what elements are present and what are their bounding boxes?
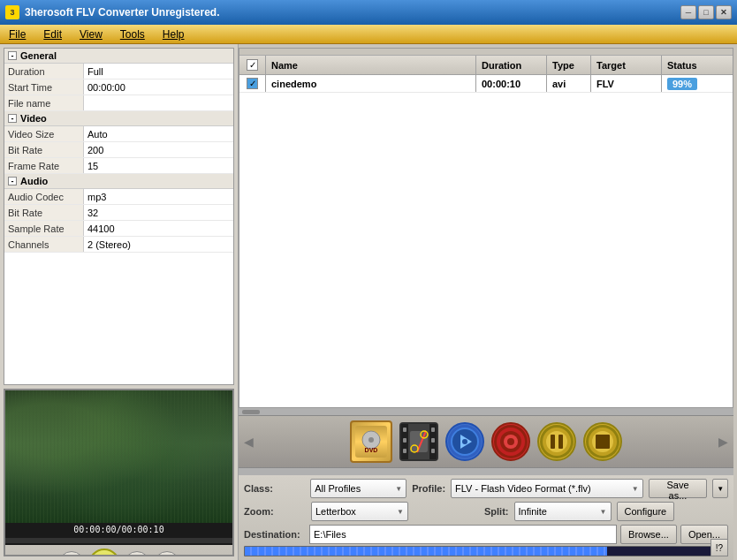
prop-channels-value[interactable]: 2 (Stereo) (84, 239, 233, 250)
col-type-header: Type (547, 56, 591, 74)
prop-video-bitrate-name: Bit Rate (4, 142, 84, 157)
destination-label: Destination: (244, 529, 306, 540)
select-all-checkbox[interactable]: ✓ (247, 59, 258, 71)
pause-icon (539, 424, 574, 459)
browse-button[interactable]: Browse... (620, 525, 677, 544)
prop-duration-value[interactable]: Full (84, 66, 233, 77)
video-section-header[interactable]: - Video (4, 111, 233, 126)
menu-tools[interactable]: Tools (111, 26, 154, 42)
prop-framerate-value[interactable]: 15 (84, 161, 233, 171)
app-icon: 3 (5, 5, 19, 19)
file-list-area: ✓ Name Duration Type Target Status (239, 48, 733, 408)
main-content: - General Duration Full Start Time 00:00… (0, 44, 737, 560)
close-button[interactable]: ✕ (716, 5, 732, 19)
video-preview: 00:00:00/00:00:10 ⏮ ▶ ■ ⏭ (4, 389, 234, 556)
row-checkbox[interactable]: ✓ (239, 75, 266, 92)
menu-edit[interactable]: Edit (34, 26, 71, 42)
stop-button[interactable] (583, 422, 622, 461)
minimize-button[interactable]: ─ (680, 5, 696, 19)
svg-point-2 (368, 437, 374, 443)
class-select-arrow: ▼ (395, 485, 402, 493)
general-collapse[interactable]: - (8, 51, 17, 60)
play-button[interactable]: ▶ (88, 549, 120, 556)
prop-duration-name: Duration (4, 64, 84, 79)
class-label: Class: (244, 483, 305, 494)
stop-playback-button[interactable]: ■ (124, 551, 150, 556)
prop-video-size-value[interactable]: Auto (84, 129, 233, 140)
maximize-button[interactable]: □ (698, 5, 714, 19)
stop-icon (585, 424, 620, 459)
profile-label: Profile: (412, 483, 445, 494)
forward-button[interactable]: ⏭ (154, 551, 180, 556)
menu-bar: File Edit View Tools Help (0, 25, 737, 44)
destination-input[interactable] (309, 525, 617, 544)
class-profile-row: Class: All Profiles ▼ Profile: FLV - Fla… (244, 479, 728, 498)
right-panel: ✓ Name Duration Type Target Status (239, 44, 737, 560)
toolbar-scroll-right[interactable]: ▶ (718, 435, 728, 449)
toolbar-scroll-top (239, 408, 733, 415)
help-button[interactable]: !? (710, 539, 728, 556)
audio-collapse[interactable]: - (8, 177, 17, 185)
convert-icon (447, 424, 482, 459)
save-as-dropdown[interactable]: ▼ (712, 479, 728, 498)
pause-button[interactable] (537, 422, 576, 461)
prop-filename-name: File name (4, 95, 84, 110)
video-label: Video (20, 113, 47, 124)
svg-rect-9 (403, 449, 406, 453)
prop-audio-codec-name: Audio Codec (4, 189, 84, 204)
file-list-header: ✓ Name Duration Type Target Status (239, 56, 733, 75)
menu-file[interactable]: File (0, 26, 34, 42)
prop-sample-rate-name: Sample Rate (4, 221, 84, 236)
col-duration-header: Duration (476, 56, 547, 74)
class-select[interactable]: All Profiles ▼ (310, 479, 406, 498)
title-bar: 3 3herosoft FLV Converter Unregistered. … (0, 0, 737, 25)
toolbar-scroll-left[interactable]: ◀ (244, 435, 254, 449)
prop-sample-rate: Sample Rate 44100 (4, 221, 233, 237)
video-collapse[interactable]: - (8, 114, 17, 123)
row-target: FLV (591, 75, 662, 92)
prop-audio-bitrate-value[interactable]: 32 (84, 208, 233, 218)
profile-select[interactable]: FLV - Flash Video Format (*.flv) ▼ (451, 479, 643, 498)
general-label: General (20, 50, 57, 61)
split-select[interactable]: Infinite ▼ (514, 502, 612, 521)
audio-section-header[interactable]: - Audio (4, 174, 233, 189)
bottom-controls: Class: All Profiles ▼ Profile: FLV - Fla… (239, 475, 733, 560)
title-controls: ─ □ ✕ (680, 5, 732, 19)
conversion-progress-fill (245, 547, 607, 556)
menu-help[interactable]: Help (154, 26, 194, 42)
col-status-header: Status (662, 56, 733, 74)
prop-audio-codec-value[interactable]: mp3 (84, 192, 233, 202)
destination-row: Destination: Browse... Open... (244, 525, 728, 544)
save-as-button[interactable]: Save as... (649, 479, 707, 498)
left-panel: - General Duration Full Start Time 00:00… (0, 44, 239, 560)
video-progress-bar[interactable] (5, 538, 232, 543)
svg-rect-8 (403, 438, 406, 443)
split-label: Split: (484, 506, 509, 517)
status-badge: 99% (667, 78, 697, 90)
general-section-header[interactable]: - General (4, 49, 233, 64)
app-title: 3herosoft FLV Converter Unregistered. (25, 6, 220, 19)
zoom-split-row: Zoom: Letterbox ▼ Split: Infinite ▼ Conf… (244, 502, 728, 521)
record-icon (493, 424, 528, 459)
table-row[interactable]: ✓ cinedemo 00:00:10 avi FLV 99% (239, 75, 733, 93)
menu-view[interactable]: View (71, 26, 111, 42)
convert-button[interactable] (445, 422, 484, 461)
prop-channels-name: Channels (4, 237, 84, 252)
prop-video-size-name: Video Size (4, 126, 84, 141)
record-button[interactable] (491, 422, 530, 461)
zoom-select-arrow: ▼ (397, 508, 404, 516)
playback-controls: ⏮ ▶ ■ ⏭ (5, 545, 232, 556)
film-cut-button[interactable] (399, 422, 438, 461)
toolbar-scroll-bottom (239, 468, 733, 475)
configure-button[interactable]: Configure (617, 502, 675, 521)
prop-start-time-value[interactable]: 00:00:00 (84, 82, 233, 93)
prop-video-bitrate-value[interactable]: 200 (84, 145, 233, 155)
dvd-button[interactable]: DVD (350, 420, 392, 463)
prop-framerate-name: Frame Rate (4, 158, 84, 173)
film-cut-icon (401, 424, 437, 459)
rewind-button[interactable]: ⏮ (58, 551, 85, 556)
zoom-select[interactable]: Letterbox ▼ (311, 502, 408, 521)
prop-sample-rate-value[interactable]: 44100 (84, 223, 233, 234)
prop-framerate: Frame Rate 15 (4, 158, 233, 174)
scroll-indicator (242, 410, 260, 414)
